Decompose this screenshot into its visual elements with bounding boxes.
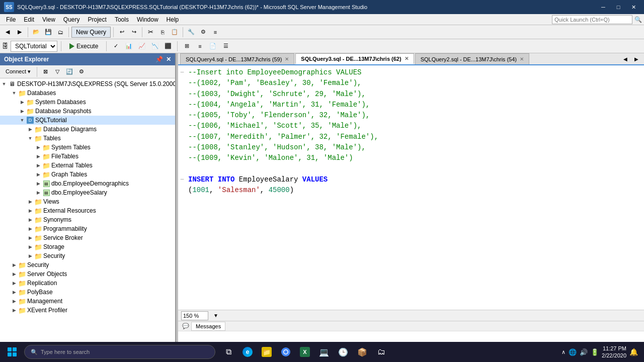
results-to-grid[interactable]: ⊞ — [181, 41, 192, 52]
execute-button[interactable]: Execute — [65, 41, 103, 52]
menu-window[interactable]: Window — [133, 15, 163, 24]
taskbar-explorer-icon[interactable]: 📁 — [258, 343, 276, 361]
external-resources-expander-icon[interactable]: ▶ — [26, 207, 34, 215]
taskbar-excel-icon[interactable]: X — [296, 343, 314, 361]
security-expander-icon[interactable]: ▶ — [10, 261, 18, 269]
tray-volume-icon[interactable]: 🔊 — [580, 348, 588, 356]
open-file-button[interactable]: 📂 — [31, 27, 42, 38]
taskbar-icon8[interactable]: 📦 — [353, 343, 371, 361]
tab-sqlquery4[interactable]: SQLQuery4.sql - DE...13M7J\chris (59) ✕ — [180, 53, 294, 64]
tree-node-database-diagrams[interactable]: ▶ 📁 Database Diagrams — [0, 125, 175, 134]
server-expander-icon[interactable]: ▼ — [0, 80, 8, 88]
oe-tree[interactable]: ▼ 🖥 DESKTOP-H13M7J\SQLEXPRESS (SQL Serve… — [0, 78, 175, 355]
tree-node-polybase[interactable]: ▶ 📁 PolyBase — [0, 288, 175, 297]
save-button[interactable]: 💾 — [43, 27, 54, 38]
results-to-text[interactable]: ≡ — [194, 41, 205, 52]
management-expander-icon[interactable]: ▶ — [10, 297, 18, 305]
tree-node-replication[interactable]: ▶ 📁 Replication — [0, 279, 175, 288]
security-db-expander-icon[interactable]: ▶ — [26, 252, 34, 260]
minimize-button[interactable]: ─ — [597, 2, 610, 12]
oe-more-button[interactable]: ⚙ — [76, 66, 87, 77]
cut-button[interactable]: ✂ — [145, 27, 156, 38]
databases-expander-icon[interactable]: ▼ — [10, 89, 18, 97]
tab-scroll-right-button[interactable]: ▶ — [631, 53, 642, 64]
quick-launch-input[interactable] — [552, 15, 632, 24]
save-all-button[interactable]: 🗂 — [55, 27, 66, 38]
database-selector[interactable]: SQLTutorial — [11, 41, 57, 52]
collapse-btn-2[interactable]: ─ — [178, 174, 186, 185]
filetables-expander-icon[interactable]: ▶ — [34, 152, 42, 160]
tree-node-xevent-profiler[interactable]: ▶ 📁 XEvent Profiler — [0, 306, 175, 315]
taskbar-icon7[interactable]: 🕒 — [334, 343, 352, 361]
maximize-button[interactable]: □ — [612, 2, 625, 12]
check-syntax-button[interactable]: ✓ — [110, 41, 121, 52]
tree-node-views[interactable]: ▶ 📁 Views — [0, 197, 175, 206]
tab-sqlquery3[interactable]: SQLQuery3.sql - DE...13M7J\chris (62) ✕ — [295, 53, 414, 64]
paste-button[interactable]: 📋 — [169, 27, 180, 38]
tree-node-database-snapshots[interactable]: ▶ 📁 Database Snapshots — [0, 107, 175, 116]
xevent-profiler-expander-icon[interactable]: ▶ — [10, 306, 18, 314]
toggle-results[interactable]: ☰ — [220, 41, 231, 52]
tree-node-service-broker[interactable]: ▶ 📁 Service Broker — [0, 233, 175, 242]
close-button[interactable]: ✕ — [627, 2, 640, 12]
new-query-button[interactable]: New Query — [71, 27, 111, 38]
taskbar-chrome-icon[interactable] — [277, 343, 295, 361]
editor-content[interactable]: ─ --Insert into EmployeeDemographics VAL… — [178, 65, 644, 310]
tree-node-storage[interactable]: ▶ 📁 Storage — [0, 242, 175, 251]
storage-expander-icon[interactable]: ▶ — [26, 243, 34, 251]
tree-node-synonyms[interactable]: ▶ 📁 Synonyms — [0, 215, 175, 224]
taskbar-edge-icon[interactable]: e — [238, 343, 257, 361]
redo-button[interactable]: ↪ — [128, 27, 139, 38]
tree-node-server[interactable]: ▼ 🖥 DESKTOP-H13M7J\SQLEXPRESS (SQL Serve… — [0, 79, 175, 88]
taskbar-task-view[interactable]: ⧉ — [219, 343, 237, 361]
start-button[interactable] — [0, 342, 24, 362]
tree-node-filetables[interactable]: ▶ 📁 FileTables — [0, 152, 175, 161]
database-snapshots-expander-icon[interactable]: ▶ — [18, 107, 26, 115]
dbo-employee-salary-expander-icon[interactable]: ▶ — [34, 189, 42, 197]
service-broker-expander-icon[interactable]: ▶ — [26, 234, 34, 242]
tree-node-programmability[interactable]: ▶ 📁 Programmability — [0, 224, 175, 233]
programmability-expander-icon[interactable]: ▶ — [26, 225, 34, 233]
server-objects-expander-icon[interactable]: ▶ — [10, 270, 18, 278]
tree-node-databases[interactable]: ▼ 📁 Databases — [0, 88, 175, 98]
oe-filter-button[interactable]: ▽ — [52, 66, 63, 77]
database-diagrams-expander-icon[interactable]: ▶ — [26, 125, 34, 133]
oe-disconnect-button[interactable]: ⊠ — [40, 66, 51, 77]
oe-connect-button[interactable]: Connect ▾ — [2, 66, 34, 77]
tree-node-sqltutorial[interactable]: ▼ D SQLTutorial — [0, 116, 175, 125]
tab-sqlquery2[interactable]: SQLQuery2.sql - DE...13M7J\chris (54) ✕ — [415, 53, 529, 64]
tree-node-security[interactable]: ▶ 📁 Security — [0, 260, 175, 269]
zoom-dropdown-button[interactable]: ▼ — [210, 310, 221, 321]
tree-node-system-tables[interactable]: ▶ 📁 System Tables — [0, 143, 175, 152]
menu-file[interactable]: File — [2, 15, 20, 24]
menu-project[interactable]: Project — [84, 15, 111, 24]
misc-btn2[interactable]: ⚙ — [198, 27, 209, 38]
misc-btn1[interactable]: 🔧 — [186, 27, 197, 38]
tree-node-server-objects[interactable]: ▶ 📁 Server Objects — [0, 269, 175, 279]
tree-node-tables[interactable]: ▼ 📁 Tables — [0, 134, 175, 143]
tray-chevron-icon[interactable]: ∧ — [561, 349, 566, 355]
graph-tables-expander-icon[interactable]: ▶ — [34, 170, 42, 178]
menu-query[interactable]: Query — [59, 15, 84, 24]
undo-button[interactable]: ↩ — [116, 27, 127, 38]
editor-zoom-input[interactable] — [181, 311, 208, 320]
tray-network-icon[interactable]: 🌐 — [569, 348, 577, 356]
menu-tools[interactable]: Tools — [111, 15, 133, 24]
oe-refresh-button[interactable]: 🔄 — [64, 66, 75, 77]
replication-expander-icon[interactable]: ▶ — [10, 279, 18, 287]
tree-node-security-db[interactable]: ▶ 📁 Security — [0, 251, 175, 260]
polybase-expander-icon[interactable]: ▶ — [10, 288, 18, 296]
tray-notifications-icon[interactable]: 🔔 — [629, 348, 638, 356]
forward-button[interactable]: ▶ — [14, 27, 25, 38]
views-expander-icon[interactable]: ▶ — [26, 198, 34, 206]
system-tables-expander-icon[interactable]: ▶ — [34, 143, 42, 151]
taskbar-search-bar[interactable]: 🔍 Type here to search — [24, 345, 215, 359]
cancel-query-button[interactable]: ⬛ — [163, 41, 174, 52]
synonyms-expander-icon[interactable]: ▶ — [26, 216, 34, 224]
messages-tab-button[interactable]: Messages — [191, 322, 225, 331]
tree-node-management[interactable]: ▶ 📁 Management — [0, 297, 175, 306]
tab-sqlquery2-close-icon[interactable]: ✕ — [520, 56, 524, 62]
external-tables-expander-icon[interactable]: ▶ — [34, 161, 42, 169]
tree-node-dbo-employee-demo[interactable]: ▶ ▤ dbo.EmployeeDemographics — [0, 179, 175, 188]
oe-close-icon[interactable]: ✕ — [166, 56, 171, 63]
